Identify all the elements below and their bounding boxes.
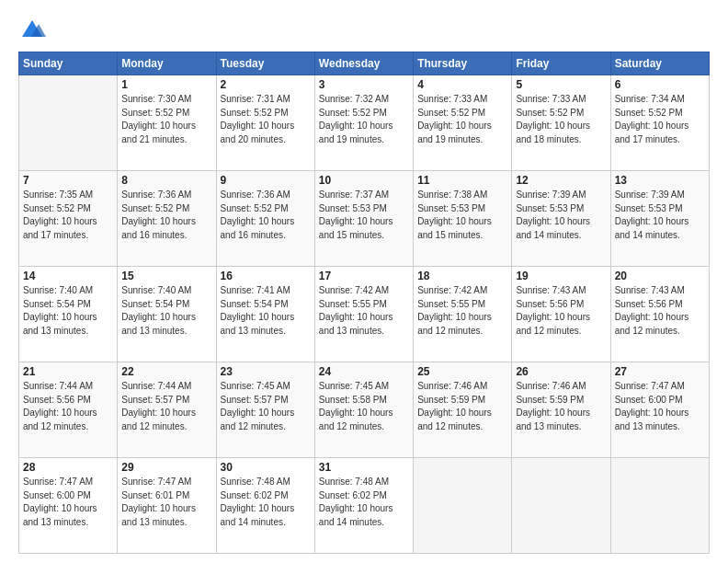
calendar-cell: [610, 458, 709, 554]
calendar-table: SundayMondayTuesdayWednesdayThursdayFrid…: [18, 52, 710, 554]
calendar-cell: [512, 458, 610, 554]
calendar-cell: 20Sunrise: 7:43 AMSunset: 5:56 PMDayligh…: [610, 267, 709, 362]
sun-info: Sunrise: 7:43 AMSunset: 5:56 PMDaylight:…: [615, 284, 705, 338]
day-number: 26: [516, 365, 606, 378]
day-number: 28: [23, 461, 113, 474]
sun-info: Sunrise: 7:38 AMSunset: 5:53 PMDaylight:…: [417, 189, 507, 242]
calendar-cell: 14Sunrise: 7:40 AMSunset: 5:54 PMDayligh…: [19, 267, 118, 362]
calendar-cell: 8Sunrise: 7:36 AMSunset: 5:52 PMDaylight…: [118, 171, 216, 267]
sun-info: Sunrise: 7:40 AMSunset: 5:54 PMDaylight:…: [121, 284, 211, 338]
calendar-cell: 1Sunrise: 7:30 AMSunset: 5:52 PMDaylight…: [118, 75, 216, 171]
day-number: 20: [615, 270, 705, 282]
day-number: 5: [516, 78, 606, 91]
weekday-header: Sunday: [19, 52, 118, 75]
day-number: 6: [615, 78, 705, 91]
sun-info: Sunrise: 7:48 AMSunset: 6:02 PMDaylight:…: [221, 476, 311, 529]
calendar-cell: 13Sunrise: 7:39 AMSunset: 5:53 PMDayligh…: [610, 171, 709, 267]
calendar-cell: 5Sunrise: 7:33 AMSunset: 5:52 PMDaylight…: [512, 75, 610, 171]
calendar-cell: 7Sunrise: 7:35 AMSunset: 5:52 PMDaylight…: [19, 171, 118, 267]
sun-info: Sunrise: 7:48 AMSunset: 6:02 PMDaylight:…: [319, 476, 409, 529]
day-number: 8: [121, 174, 211, 187]
page: SundayMondayTuesdayWednesdayThursdayFrid…: [0, 0, 728, 563]
weekday-header: Wednesday: [314, 52, 413, 75]
calendar-cell: 27Sunrise: 7:47 AMSunset: 6:00 PMDayligh…: [610, 362, 709, 458]
sun-info: Sunrise: 7:30 AMSunset: 5:52 PMDaylight:…: [121, 93, 211, 146]
sun-info: Sunrise: 7:35 AMSunset: 5:52 PMDaylight:…: [23, 189, 113, 242]
sun-info: Sunrise: 7:43 AMSunset: 5:56 PMDaylight:…: [516, 284, 606, 338]
calendar-header-row: SundayMondayTuesdayWednesdayThursdayFrid…: [19, 52, 710, 75]
day-number: 4: [417, 78, 507, 91]
sun-info: Sunrise: 7:31 AMSunset: 5:52 PMDaylight:…: [221, 93, 311, 146]
sun-info: Sunrise: 7:42 AMSunset: 5:55 PMDaylight:…: [319, 284, 409, 338]
sun-info: Sunrise: 7:47 AMSunset: 6:00 PMDaylight:…: [615, 380, 705, 433]
day-number: 10: [319, 174, 409, 187]
calendar-cell: 17Sunrise: 7:42 AMSunset: 5:55 PMDayligh…: [314, 267, 413, 362]
day-number: 30: [221, 461, 311, 474]
calendar-cell: 11Sunrise: 7:38 AMSunset: 5:53 PMDayligh…: [414, 171, 512, 267]
day-number: 12: [516, 174, 606, 187]
sun-info: Sunrise: 7:47 AMSunset: 6:00 PMDaylight:…: [23, 476, 113, 529]
logo-icon: [18, 17, 46, 44]
day-number: 22: [121, 365, 211, 378]
sun-info: Sunrise: 7:37 AMSunset: 5:53 PMDaylight:…: [319, 189, 409, 242]
calendar-cell: 9Sunrise: 7:36 AMSunset: 5:52 PMDaylight…: [216, 171, 314, 267]
sun-info: Sunrise: 7:41 AMSunset: 5:54 PMDaylight:…: [221, 284, 311, 338]
calendar-cell: 19Sunrise: 7:43 AMSunset: 5:56 PMDayligh…: [512, 267, 610, 362]
day-number: 19: [516, 270, 606, 282]
weekday-header: Tuesday: [216, 52, 314, 75]
day-number: 24: [319, 365, 409, 378]
calendar-week-row: 28Sunrise: 7:47 AMSunset: 6:00 PMDayligh…: [19, 458, 710, 554]
sun-info: Sunrise: 7:45 AMSunset: 5:57 PMDaylight:…: [221, 380, 311, 433]
day-number: 13: [615, 174, 705, 187]
calendar-cell: 31Sunrise: 7:48 AMSunset: 6:02 PMDayligh…: [314, 458, 413, 554]
day-number: 31: [319, 461, 409, 474]
day-number: 25: [417, 365, 507, 378]
calendar-cell: 22Sunrise: 7:44 AMSunset: 5:57 PMDayligh…: [118, 362, 216, 458]
sun-info: Sunrise: 7:46 AMSunset: 5:59 PMDaylight:…: [417, 380, 507, 433]
calendar-cell: [414, 458, 512, 554]
day-number: 16: [221, 270, 311, 282]
weekday-header: Monday: [118, 52, 216, 75]
sun-info: Sunrise: 7:33 AMSunset: 5:52 PMDaylight:…: [417, 93, 507, 146]
day-number: 27: [615, 365, 705, 378]
calendar-cell: 30Sunrise: 7:48 AMSunset: 6:02 PMDayligh…: [216, 458, 314, 554]
weekday-header: Friday: [512, 52, 610, 75]
calendar-cell: 26Sunrise: 7:46 AMSunset: 5:59 PMDayligh…: [512, 362, 610, 458]
sun-info: Sunrise: 7:45 AMSunset: 5:58 PMDaylight:…: [319, 380, 409, 433]
calendar-cell: 28Sunrise: 7:47 AMSunset: 6:00 PMDayligh…: [19, 458, 118, 554]
calendar-cell: 15Sunrise: 7:40 AMSunset: 5:54 PMDayligh…: [118, 267, 216, 362]
calendar-cell: 21Sunrise: 7:44 AMSunset: 5:56 PMDayligh…: [19, 362, 118, 458]
day-number: 15: [121, 270, 211, 282]
sun-info: Sunrise: 7:39 AMSunset: 5:53 PMDaylight:…: [516, 189, 606, 242]
day-number: 11: [417, 174, 507, 187]
day-number: 9: [221, 174, 311, 187]
calendar-cell: 23Sunrise: 7:45 AMSunset: 5:57 PMDayligh…: [216, 362, 314, 458]
day-number: 21: [23, 365, 113, 378]
sun-info: Sunrise: 7:44 AMSunset: 5:57 PMDaylight:…: [121, 380, 211, 433]
calendar-cell: [19, 75, 118, 171]
day-number: 7: [23, 174, 113, 187]
sun-info: Sunrise: 7:44 AMSunset: 5:56 PMDaylight:…: [23, 380, 113, 433]
sun-info: Sunrise: 7:46 AMSunset: 5:59 PMDaylight:…: [516, 380, 606, 433]
sun-info: Sunrise: 7:40 AMSunset: 5:54 PMDaylight:…: [23, 284, 113, 338]
calendar-cell: 12Sunrise: 7:39 AMSunset: 5:53 PMDayligh…: [512, 171, 610, 267]
weekday-header: Thursday: [414, 52, 512, 75]
calendar-cell: 16Sunrise: 7:41 AMSunset: 5:54 PMDayligh…: [216, 267, 314, 362]
sun-info: Sunrise: 7:39 AMSunset: 5:53 PMDaylight:…: [615, 189, 705, 242]
calendar-cell: 2Sunrise: 7:31 AMSunset: 5:52 PMDaylight…: [216, 75, 314, 171]
day-number: 2: [221, 78, 311, 91]
day-number: 17: [319, 270, 409, 282]
calendar-cell: 3Sunrise: 7:32 AMSunset: 5:52 PMDaylight…: [314, 75, 413, 171]
sun-info: Sunrise: 7:34 AMSunset: 5:52 PMDaylight:…: [615, 93, 705, 146]
calendar-week-row: 1Sunrise: 7:30 AMSunset: 5:52 PMDaylight…: [19, 75, 710, 171]
sun-info: Sunrise: 7:47 AMSunset: 6:01 PMDaylight:…: [121, 476, 211, 529]
weekday-header: Saturday: [610, 52, 709, 75]
calendar-cell: 29Sunrise: 7:47 AMSunset: 6:01 PMDayligh…: [118, 458, 216, 554]
day-number: 14: [23, 270, 113, 282]
sun-info: Sunrise: 7:42 AMSunset: 5:55 PMDaylight:…: [417, 284, 507, 338]
logo: [18, 17, 50, 44]
calendar-cell: 25Sunrise: 7:46 AMSunset: 5:59 PMDayligh…: [414, 362, 512, 458]
calendar-cell: 24Sunrise: 7:45 AMSunset: 5:58 PMDayligh…: [314, 362, 413, 458]
calendar-week-row: 7Sunrise: 7:35 AMSunset: 5:52 PMDaylight…: [19, 171, 710, 267]
day-number: 23: [221, 365, 311, 378]
